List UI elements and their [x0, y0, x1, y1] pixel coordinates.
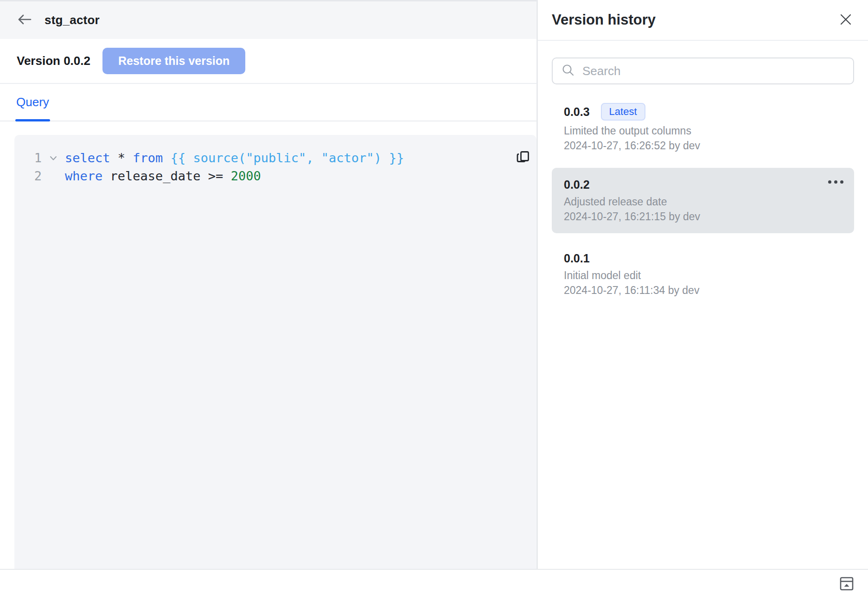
version-description: Adjusted release date: [564, 196, 842, 208]
version-timestamp: 2024-10-27, 16:21:15 by dev: [564, 210, 842, 223]
close-icon: [838, 12, 853, 28]
version-history-panel: Version history: [536, 0, 868, 569]
version-item-head: 0.0.3 Latest: [564, 103, 842, 121]
version-item-head: 0.0.2: [564, 178, 842, 191]
search-box[interactable]: [552, 57, 854, 84]
line-number: 1: [14, 149, 42, 167]
panel-title: Version history: [552, 12, 656, 28]
search-icon: [561, 63, 575, 79]
line-number: 2: [14, 167, 42, 185]
expand-panel-icon: [838, 575, 855, 593]
app-window: stg_actor Version 0.0.2 Restore this ver…: [0, 0, 868, 599]
tab-query-label: Query: [16, 95, 49, 109]
version-bar: Version 0.0.2 Restore this version: [0, 39, 536, 84]
version-menu-button[interactable]: [825, 174, 846, 189]
ellipsis-icon: [828, 180, 831, 184]
tab-query[interactable]: Query: [15, 84, 50, 121]
copy-icon: [515, 148, 532, 167]
back-button[interactable]: [17, 13, 32, 27]
version-history-body: 0.0.3 Latest Limited the output columns …: [538, 41, 868, 569]
version-label: Version 0.0.2: [17, 54, 90, 68]
version-history-header: Version history: [538, 0, 868, 41]
version-timestamp: 2024-10-27, 16:11:34 by dev: [564, 284, 842, 297]
version-number: 0.0.3: [564, 105, 590, 119]
model-header: stg_actor: [0, 0, 536, 39]
tab-bar: Query: [0, 84, 536, 121]
fold-chevron-icon[interactable]: [42, 153, 65, 163]
code-line[interactable]: 2 where release_date >= 2000: [14, 167, 536, 185]
page-title: stg_actor: [45, 13, 100, 27]
latest-badge: Latest: [601, 103, 645, 121]
sql-code-editor[interactable]: 1 select * from {{ source("public", "act…: [14, 135, 536, 569]
version-timestamp: 2024-10-27, 16:26:52 by dev: [564, 140, 842, 152]
version-item-0-0-3[interactable]: 0.0.3 Latest Limited the output columns …: [552, 103, 854, 152]
code-editor-wrap: 1 select * from {{ source("public", "act…: [0, 121, 536, 569]
copy-code-button[interactable]: [513, 147, 534, 167]
close-panel-button[interactable]: [837, 12, 854, 28]
restore-version-button[interactable]: Restore this version: [102, 48, 245, 74]
version-number: 0.0.1: [564, 252, 590, 265]
version-item-0-0-1[interactable]: 0.0.1 Initial model edit 2024-10-27, 16:…: [552, 252, 854, 297]
main-area: stg_actor Version 0.0.2 Restore this ver…: [0, 0, 868, 569]
arrow-left-icon: [17, 13, 32, 28]
version-item-0-0-2[interactable]: 0.0.2 Adjusted release date 2024-10-27, …: [552, 168, 854, 233]
search-input[interactable]: [582, 64, 845, 78]
bottom-status-bar: [0, 569, 868, 599]
version-description: Initial model edit: [564, 269, 842, 282]
version-item-head: 0.0.1: [564, 252, 842, 265]
expand-results-panel-button[interactable]: [837, 575, 856, 594]
code-line[interactable]: 1 select * from {{ source("public", "act…: [14, 149, 536, 167]
active-tab-indicator: [15, 119, 50, 121]
version-description: Limited the output columns: [564, 125, 842, 137]
code-text: select * from {{ source("public", "actor…: [65, 149, 404, 167]
version-number: 0.0.2: [564, 178, 590, 191]
model-version-pane: stg_actor Version 0.0.2 Restore this ver…: [0, 0, 536, 569]
code-text: where release_date >= 2000: [65, 167, 261, 185]
